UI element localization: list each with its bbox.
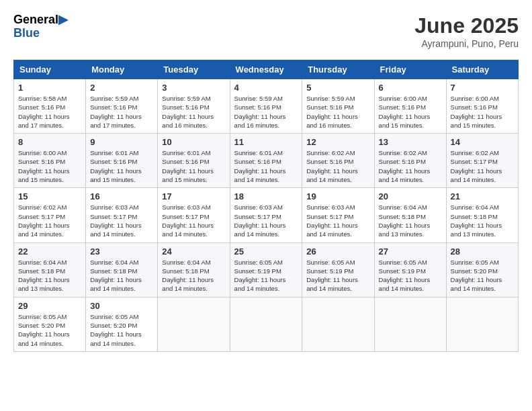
day-info: Sunrise: 6:02 AMSunset: 5:16 PMDaylight:…	[306, 148, 369, 184]
day-info: Sunrise: 6:05 AMSunset: 5:20 PMDaylight:…	[451, 258, 514, 293]
day-number: 20	[379, 191, 442, 201]
day-info: Sunrise: 6:02 AMSunset: 5:17 PMDaylight:…	[451, 148, 514, 184]
day-info: Sunrise: 6:04 AMSunset: 5:18 PMDaylight:…	[90, 258, 153, 293]
day-info: Sunrise: 6:03 AMSunset: 5:17 PMDaylight:…	[90, 203, 153, 238]
title-block: June 2025 Ayrampuni, Puno, Peru	[414, 13, 519, 49]
calendar-cell: 28Sunrise: 6:05 AMSunset: 5:20 PMDayligh…	[446, 242, 518, 297]
calendar-table: SundayMondayTuesdayWednesdayThursdayFrid…	[13, 60, 519, 352]
location-subtitle: Ayrampuni, Puno, Peru	[414, 38, 519, 49]
calendar-week-1: 1Sunrise: 5:58 AMSunset: 5:16 PMDaylight…	[14, 79, 519, 134]
day-number: 24	[162, 246, 225, 257]
day-info: Sunrise: 6:01 AMSunset: 5:16 PMDaylight:…	[234, 148, 298, 184]
calendar-cell: 12Sunrise: 6:02 AMSunset: 5:16 PMDayligh…	[302, 134, 374, 188]
calendar-cell: 15Sunrise: 6:02 AMSunset: 5:17 PMDayligh…	[14, 188, 86, 242]
day-number: 19	[306, 191, 369, 201]
day-number: 3	[162, 83, 225, 93]
day-info: Sunrise: 6:03 AMSunset: 5:17 PMDaylight:…	[162, 203, 225, 238]
calendar-cell: 8Sunrise: 6:00 AMSunset: 5:16 PMDaylight…	[14, 134, 86, 188]
day-number: 2	[90, 83, 153, 93]
calendar-cell	[374, 297, 446, 351]
day-info: Sunrise: 5:59 AMSunset: 5:16 PMDaylight:…	[306, 94, 369, 130]
day-info: Sunrise: 6:04 AMSunset: 5:18 PMDaylight:…	[379, 203, 442, 238]
day-number: 28	[451, 246, 514, 257]
day-number: 25	[234, 246, 298, 257]
calendar-cell: 13Sunrise: 6:02 AMSunset: 5:16 PMDayligh…	[374, 134, 446, 188]
calendar-cell: 23Sunrise: 6:04 AMSunset: 5:18 PMDayligh…	[86, 242, 158, 297]
day-info: Sunrise: 6:01 AMSunset: 5:16 PMDaylight:…	[162, 148, 225, 184]
day-number: 18	[234, 191, 298, 201]
calendar-cell: 22Sunrise: 6:04 AMSunset: 5:18 PMDayligh…	[14, 242, 86, 297]
logo-general: General▶	[13, 13, 68, 27]
day-info: Sunrise: 6:03 AMSunset: 5:17 PMDaylight:…	[306, 203, 369, 238]
calendar-week-3: 15Sunrise: 6:02 AMSunset: 5:17 PMDayligh…	[14, 188, 519, 242]
day-number: 6	[379, 83, 442, 93]
calendar-week-2: 8Sunrise: 6:00 AMSunset: 5:16 PMDaylight…	[14, 134, 519, 188]
logo-blue: Blue	[13, 27, 68, 40]
day-number: 29	[18, 301, 81, 311]
day-info: Sunrise: 6:03 AMSunset: 5:17 PMDaylight:…	[234, 203, 298, 238]
day-number: 27	[379, 246, 442, 257]
calendar-cell: 16Sunrise: 6:03 AMSunset: 5:17 PMDayligh…	[86, 188, 158, 242]
day-number: 17	[162, 191, 225, 201]
weekday-header-wednesday: Wednesday	[230, 60, 302, 79]
day-info: Sunrise: 5:59 AMSunset: 5:16 PMDaylight:…	[162, 94, 225, 130]
logo-text: General▶ Blue	[13, 13, 68, 40]
calendar-cell	[230, 297, 302, 351]
day-number: 4	[234, 83, 298, 93]
day-number: 7	[451, 83, 514, 93]
month-title: June 2025	[414, 13, 519, 38]
day-info: Sunrise: 6:05 AMSunset: 5:20 PMDaylight:…	[90, 312, 153, 348]
calendar-cell: 24Sunrise: 6:04 AMSunset: 5:18 PMDayligh…	[158, 242, 230, 297]
day-info: Sunrise: 6:02 AMSunset: 5:16 PMDaylight:…	[379, 148, 442, 184]
calendar-cell	[158, 297, 230, 351]
day-info: Sunrise: 5:59 AMSunset: 5:16 PMDaylight:…	[90, 94, 153, 130]
day-info: Sunrise: 6:00 AMSunset: 5:16 PMDaylight:…	[18, 148, 81, 184]
day-number: 16	[90, 191, 153, 201]
weekday-header-saturday: Saturday	[446, 60, 518, 79]
calendar-cell: 11Sunrise: 6:01 AMSunset: 5:16 PMDayligh…	[230, 134, 302, 188]
calendar-cell: 3Sunrise: 5:59 AMSunset: 5:16 PMDaylight…	[158, 79, 230, 134]
day-number: 14	[451, 137, 514, 147]
day-number: 1	[18, 83, 81, 93]
weekday-header-tuesday: Tuesday	[158, 60, 230, 79]
day-info: Sunrise: 6:00 AMSunset: 5:16 PMDaylight:…	[451, 94, 514, 130]
calendar-cell: 27Sunrise: 6:05 AMSunset: 5:19 PMDayligh…	[374, 242, 446, 297]
calendar-cell: 21Sunrise: 6:04 AMSunset: 5:18 PMDayligh…	[446, 188, 518, 242]
day-number: 21	[451, 191, 514, 201]
day-info: Sunrise: 6:05 AMSunset: 5:19 PMDaylight:…	[306, 258, 369, 293]
calendar-cell: 5Sunrise: 5:59 AMSunset: 5:16 PMDaylight…	[302, 79, 374, 134]
calendar-cell: 26Sunrise: 6:05 AMSunset: 5:19 PMDayligh…	[302, 242, 374, 297]
calendar-cell: 4Sunrise: 5:59 AMSunset: 5:16 PMDaylight…	[230, 79, 302, 134]
calendar-week-4: 22Sunrise: 6:04 AMSunset: 5:18 PMDayligh…	[14, 242, 519, 297]
weekday-header-monday: Monday	[86, 60, 158, 79]
day-number: 15	[18, 191, 81, 201]
day-number: 26	[306, 246, 369, 257]
calendar-cell: 29Sunrise: 6:05 AMSunset: 5:20 PMDayligh…	[14, 297, 86, 351]
day-info: Sunrise: 6:04 AMSunset: 5:18 PMDaylight:…	[18, 258, 81, 293]
calendar-cell: 30Sunrise: 6:05 AMSunset: 5:20 PMDayligh…	[86, 297, 158, 351]
calendar-cell: 2Sunrise: 5:59 AMSunset: 5:16 PMDaylight…	[86, 79, 158, 134]
day-number: 30	[90, 301, 153, 311]
day-info: Sunrise: 5:59 AMSunset: 5:16 PMDaylight:…	[234, 94, 298, 130]
day-number: 11	[234, 137, 298, 147]
calendar-cell	[446, 297, 518, 351]
day-info: Sunrise: 6:04 AMSunset: 5:18 PMDaylight:…	[451, 203, 514, 238]
calendar-cell: 14Sunrise: 6:02 AMSunset: 5:17 PMDayligh…	[446, 134, 518, 188]
weekday-header-sunday: Sunday	[14, 60, 86, 79]
day-info: Sunrise: 6:05 AMSunset: 5:19 PMDaylight:…	[379, 258, 442, 293]
day-number: 8	[18, 137, 81, 147]
day-number: 22	[18, 246, 81, 257]
day-info: Sunrise: 6:02 AMSunset: 5:17 PMDaylight:…	[18, 203, 81, 238]
calendar-cell: 7Sunrise: 6:00 AMSunset: 5:16 PMDaylight…	[446, 79, 518, 134]
day-number: 5	[306, 83, 369, 93]
calendar-cell: 17Sunrise: 6:03 AMSunset: 5:17 PMDayligh…	[158, 188, 230, 242]
weekday-header-friday: Friday	[374, 60, 446, 79]
day-info: Sunrise: 6:01 AMSunset: 5:16 PMDaylight:…	[90, 148, 153, 184]
calendar-cell: 1Sunrise: 5:58 AMSunset: 5:16 PMDaylight…	[14, 79, 86, 134]
weekday-header-thursday: Thursday	[302, 60, 374, 79]
weekday-header-row: SundayMondayTuesdayWednesdayThursdayFrid…	[14, 60, 519, 79]
day-info: Sunrise: 6:04 AMSunset: 5:18 PMDaylight:…	[162, 258, 225, 293]
day-info: Sunrise: 5:58 AMSunset: 5:16 PMDaylight:…	[18, 94, 81, 130]
day-info: Sunrise: 6:05 AMSunset: 5:20 PMDaylight:…	[18, 312, 81, 348]
day-number: 13	[379, 137, 442, 147]
